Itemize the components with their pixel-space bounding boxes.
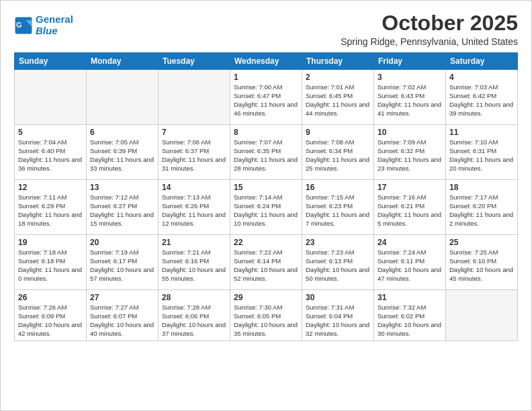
day-cell-26: 26Sunrise: 7:26 AM Sunset: 6:09 PM Dayli… [15, 290, 87, 341]
day-cell-15: 15Sunrise: 7:14 AM Sunset: 6:24 PM Dayli… [230, 180, 302, 235]
weekday-wednesday: Wednesday [230, 53, 302, 70]
day-number: 15 [234, 183, 298, 192]
day-number: 12 [18, 183, 83, 192]
day-number: 26 [18, 293, 83, 302]
weekday-sunday: Sunday [15, 53, 87, 70]
empty-cell [87, 70, 159, 125]
day-number: 5 [18, 128, 83, 137]
day-info: Sunrise: 7:15 AM Sunset: 6:23 PM Dayligh… [306, 193, 370, 228]
logo-text: General Blue [36, 14, 73, 36]
day-number: 4 [449, 73, 514, 82]
day-cell-22: 22Sunrise: 7:22 AM Sunset: 6:14 PM Dayli… [230, 235, 302, 290]
header: G General Blue October 2025 Spring Ridge… [14, 11, 518, 47]
day-cell-17: 17Sunrise: 7:16 AM Sunset: 6:21 PM Dayli… [374, 180, 446, 235]
day-number: 16 [306, 183, 370, 192]
day-cell-7: 7Sunrise: 7:06 AM Sunset: 6:37 PM Daylig… [159, 125, 230, 180]
day-number: 20 [90, 238, 154, 247]
day-info: Sunrise: 7:27 AM Sunset: 6:07 PM Dayligh… [90, 304, 154, 338]
day-cell-29: 29Sunrise: 7:30 AM Sunset: 6:05 PM Dayli… [230, 290, 302, 341]
logo-line2: Blue [36, 25, 58, 36]
day-cell-1: 1Sunrise: 7:00 AM Sunset: 6:47 PM Daylig… [230, 70, 302, 125]
day-info: Sunrise: 7:11 AM Sunset: 6:29 PM Dayligh… [18, 193, 83, 228]
day-cell-14: 14Sunrise: 7:13 AM Sunset: 6:26 PM Dayli… [159, 180, 230, 235]
day-number: 11 [449, 128, 514, 137]
day-cell-24: 24Sunrise: 7:24 AM Sunset: 6:11 PM Dayli… [374, 235, 446, 290]
day-number: 9 [306, 128, 370, 137]
day-info: Sunrise: 7:23 AM Sunset: 6:13 PM Dayligh… [306, 248, 370, 283]
day-info: Sunrise: 7:14 AM Sunset: 6:24 PM Dayligh… [234, 193, 298, 228]
day-info: Sunrise: 7:12 AM Sunset: 6:27 PM Dayligh… [90, 193, 154, 228]
day-info: Sunrise: 7:09 AM Sunset: 6:32 PM Dayligh… [378, 138, 442, 173]
day-cell-4: 4Sunrise: 7:03 AM Sunset: 6:42 PM Daylig… [446, 70, 518, 125]
day-number: 31 [378, 293, 442, 302]
day-number: 27 [90, 293, 154, 302]
title-block: October 2025 Spring Ridge, Pennsylvania,… [341, 11, 518, 47]
day-number: 3 [378, 73, 442, 82]
calendar: SundayMondayTuesdayWednesdayThursdayFrid… [14, 52, 518, 341]
day-info: Sunrise: 7:22 AM Sunset: 6:14 PM Dayligh… [234, 248, 298, 283]
day-info: Sunrise: 7:28 AM Sunset: 6:06 PM Dayligh… [162, 304, 226, 338]
day-info: Sunrise: 7:17 AM Sunset: 6:20 PM Dayligh… [449, 193, 514, 228]
day-number: 19 [18, 238, 83, 247]
day-info: Sunrise: 7:00 AM Sunset: 6:47 PM Dayligh… [234, 83, 298, 118]
weekday-monday: Monday [87, 53, 159, 70]
day-cell-12: 12Sunrise: 7:11 AM Sunset: 6:29 PM Dayli… [15, 180, 87, 235]
day-cell-13: 13Sunrise: 7:12 AM Sunset: 6:27 PM Dayli… [87, 180, 159, 235]
day-cell-2: 2Sunrise: 7:01 AM Sunset: 6:45 PM Daylig… [302, 70, 374, 125]
day-cell-30: 30Sunrise: 7:31 AM Sunset: 6:04 PM Dayli… [302, 290, 374, 341]
day-cell-25: 25Sunrise: 7:25 AM Sunset: 6:10 PM Dayli… [446, 235, 518, 290]
logo-line1: General [36, 13, 73, 25]
day-info: Sunrise: 7:16 AM Sunset: 6:21 PM Dayligh… [378, 193, 442, 228]
svg-text:G: G [16, 21, 21, 29]
day-info: Sunrise: 7:05 AM Sunset: 6:39 PM Dayligh… [90, 138, 154, 173]
day-info: Sunrise: 7:32 AM Sunset: 6:02 PM Dayligh… [378, 304, 442, 338]
day-number: 1 [234, 73, 298, 82]
week-row-3: 12Sunrise: 7:11 AM Sunset: 6:29 PM Dayli… [15, 180, 518, 235]
day-number: 8 [234, 128, 298, 137]
day-info: Sunrise: 7:19 AM Sunset: 6:17 PM Dayligh… [90, 248, 154, 283]
day-number: 28 [162, 293, 226, 302]
empty-cell [159, 70, 230, 125]
day-info: Sunrise: 7:18 AM Sunset: 6:18 PM Dayligh… [18, 248, 83, 283]
day-cell-21: 21Sunrise: 7:21 AM Sunset: 6:16 PM Dayli… [159, 235, 230, 290]
day-cell-5: 5Sunrise: 7:04 AM Sunset: 6:40 PM Daylig… [15, 125, 87, 180]
day-info: Sunrise: 7:10 AM Sunset: 6:31 PM Dayligh… [449, 138, 514, 173]
week-row-5: 26Sunrise: 7:26 AM Sunset: 6:09 PM Dayli… [15, 290, 518, 341]
day-info: Sunrise: 7:06 AM Sunset: 6:37 PM Dayligh… [162, 138, 226, 173]
day-cell-8: 8Sunrise: 7:07 AM Sunset: 6:35 PM Daylig… [230, 125, 302, 180]
weekday-thursday: Thursday [302, 53, 374, 70]
empty-cell [446, 290, 518, 341]
day-cell-27: 27Sunrise: 7:27 AM Sunset: 6:07 PM Dayli… [87, 290, 159, 341]
day-cell-16: 16Sunrise: 7:15 AM Sunset: 6:23 PM Dayli… [302, 180, 374, 235]
day-info: Sunrise: 7:31 AM Sunset: 6:04 PM Dayligh… [306, 304, 370, 338]
day-number: 18 [449, 183, 514, 192]
weekday-saturday: Saturday [446, 53, 518, 70]
day-number: 6 [90, 128, 154, 137]
empty-cell [15, 70, 87, 125]
day-info: Sunrise: 7:02 AM Sunset: 6:43 PM Dayligh… [378, 83, 442, 118]
day-number: 13 [90, 183, 154, 192]
day-number: 21 [162, 238, 226, 247]
day-info: Sunrise: 7:01 AM Sunset: 6:45 PM Dayligh… [306, 83, 370, 118]
day-info: Sunrise: 7:07 AM Sunset: 6:35 PM Dayligh… [234, 138, 298, 173]
day-info: Sunrise: 7:24 AM Sunset: 6:11 PM Dayligh… [378, 248, 442, 283]
page: G General Blue October 2025 Spring Ridge… [0, 0, 532, 411]
day-cell-31: 31Sunrise: 7:32 AM Sunset: 6:02 PM Dayli… [374, 290, 446, 341]
day-number: 29 [234, 293, 298, 302]
week-row-1: 1Sunrise: 7:00 AM Sunset: 6:47 PM Daylig… [15, 70, 518, 125]
day-info: Sunrise: 7:21 AM Sunset: 6:16 PM Dayligh… [162, 248, 226, 283]
day-cell-20: 20Sunrise: 7:19 AM Sunset: 6:17 PM Dayli… [87, 235, 159, 290]
day-number: 25 [449, 238, 514, 247]
day-cell-11: 11Sunrise: 7:10 AM Sunset: 6:31 PM Dayli… [446, 125, 518, 180]
day-info: Sunrise: 7:03 AM Sunset: 6:42 PM Dayligh… [449, 83, 514, 118]
day-cell-3: 3Sunrise: 7:02 AM Sunset: 6:43 PM Daylig… [374, 70, 446, 125]
day-number: 10 [378, 128, 442, 137]
day-number: 23 [306, 238, 370, 247]
week-row-2: 5Sunrise: 7:04 AM Sunset: 6:40 PM Daylig… [15, 125, 518, 180]
day-info: Sunrise: 7:30 AM Sunset: 6:05 PM Dayligh… [234, 304, 298, 338]
weekday-friday: Friday [374, 53, 446, 70]
day-number: 30 [306, 293, 370, 302]
weekday-tuesday: Tuesday [159, 53, 230, 70]
day-number: 14 [162, 183, 226, 192]
day-number: 22 [234, 238, 298, 247]
